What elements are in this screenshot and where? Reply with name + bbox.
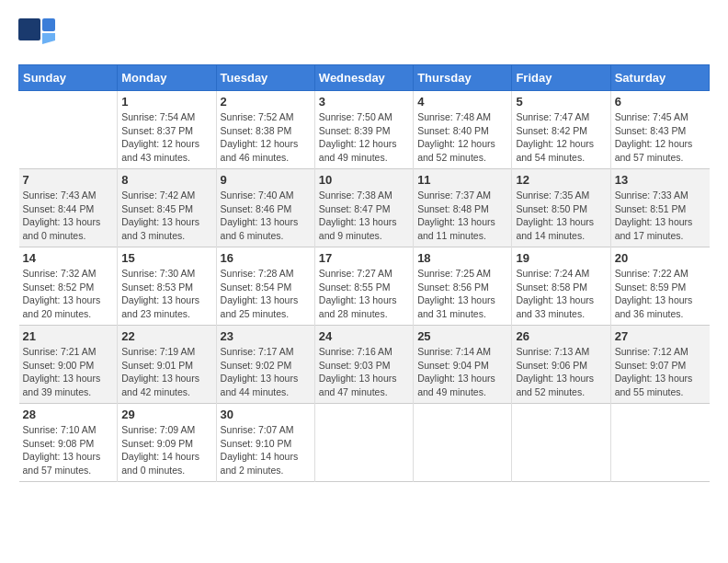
cell-info: Sunrise: 7:47 AMSunset: 8:42 PMDaylight:… xyxy=(516,110,606,165)
cell-info: Sunrise: 7:09 AMSunset: 9:09 PMDaylight:… xyxy=(121,423,211,477)
cell-info: Sunrise: 7:32 AMSunset: 8:52 PMDaylight:… xyxy=(23,267,114,321)
cell-info: Sunrise: 7:24 AMSunset: 8:58 PMDaylight:… xyxy=(516,267,606,321)
calendar-cell: 26Sunrise: 7:13 AMSunset: 9:06 PMDayligh… xyxy=(512,326,610,404)
calendar-table: SundayMondayTuesdayWednesdayThursdayFrid… xyxy=(18,64,710,482)
header-friday: Friday xyxy=(512,65,610,91)
svg-rect-1 xyxy=(42,18,55,31)
page-header xyxy=(18,18,710,55)
calendar-cell: 11Sunrise: 7:37 AMSunset: 8:48 PMDayligh… xyxy=(414,169,512,247)
cell-info: Sunrise: 7:13 AMSunset: 9:06 PMDaylight:… xyxy=(516,345,606,399)
svg-marker-2 xyxy=(42,33,55,44)
calendar-cell: 10Sunrise: 7:38 AMSunset: 8:47 PMDayligh… xyxy=(314,169,413,247)
calendar-cell xyxy=(19,91,118,169)
calendar-cell: 5Sunrise: 7:47 AMSunset: 8:42 PMDaylight… xyxy=(512,91,610,169)
calendar-cell: 28Sunrise: 7:10 AMSunset: 9:08 PMDayligh… xyxy=(19,404,118,482)
calendar-cell: 13Sunrise: 7:33 AMSunset: 8:51 PMDayligh… xyxy=(610,169,709,247)
day-number: 26 xyxy=(516,329,606,343)
cell-info: Sunrise: 7:42 AMSunset: 8:45 PMDaylight:… xyxy=(121,189,211,243)
day-number: 22 xyxy=(121,329,211,343)
calendar-cell: 6Sunrise: 7:45 AMSunset: 8:43 PMDaylight… xyxy=(610,91,709,169)
calendar-cell xyxy=(610,404,709,482)
calendar-cell: 19Sunrise: 7:24 AMSunset: 8:58 PMDayligh… xyxy=(512,247,610,326)
calendar-cell: 22Sunrise: 7:19 AMSunset: 9:01 PMDayligh… xyxy=(118,326,216,404)
cell-info: Sunrise: 7:52 AMSunset: 8:38 PMDaylight:… xyxy=(221,110,311,165)
logo xyxy=(18,18,59,55)
cell-info: Sunrise: 7:40 AMSunset: 8:46 PMDaylight:… xyxy=(221,189,311,243)
cell-info: Sunrise: 7:48 AMSunset: 8:40 PMDaylight:… xyxy=(417,110,507,165)
week-row-5: 28Sunrise: 7:10 AMSunset: 9:08 PMDayligh… xyxy=(19,404,710,482)
day-number: 1 xyxy=(121,95,211,109)
cell-info: Sunrise: 7:19 AMSunset: 9:01 PMDaylight:… xyxy=(121,345,211,399)
header-thursday: Thursday xyxy=(414,65,512,91)
calendar-cell: 9Sunrise: 7:40 AMSunset: 8:46 PMDaylight… xyxy=(216,169,314,247)
header-monday: Monday xyxy=(118,65,216,91)
cell-info: Sunrise: 7:30 AMSunset: 8:53 PMDaylight:… xyxy=(121,267,211,321)
day-number: 10 xyxy=(319,173,409,187)
cell-info: Sunrise: 7:12 AMSunset: 9:07 PMDaylight:… xyxy=(615,345,706,399)
calendar-cell: 20Sunrise: 7:22 AMSunset: 8:59 PMDayligh… xyxy=(610,247,709,326)
header-tuesday: Tuesday xyxy=(216,65,314,91)
calendar-cell: 23Sunrise: 7:17 AMSunset: 9:02 PMDayligh… xyxy=(216,326,314,404)
day-number: 21 xyxy=(23,329,114,343)
day-number: 8 xyxy=(121,173,211,187)
day-number: 13 xyxy=(615,173,706,187)
cell-info: Sunrise: 7:54 AMSunset: 8:37 PMDaylight:… xyxy=(121,110,211,165)
calendar-cell: 30Sunrise: 7:07 AMSunset: 9:10 PMDayligh… xyxy=(216,404,314,482)
day-number: 23 xyxy=(221,329,311,343)
cell-info: Sunrise: 7:27 AMSunset: 8:55 PMDaylight:… xyxy=(319,267,409,321)
calendar-cell: 4Sunrise: 7:48 AMSunset: 8:40 PMDaylight… xyxy=(414,91,512,169)
day-number: 28 xyxy=(23,408,114,421)
day-number: 20 xyxy=(615,251,706,265)
day-number: 12 xyxy=(516,173,606,187)
day-number: 17 xyxy=(319,251,409,265)
day-number: 5 xyxy=(516,95,606,109)
calendar-cell: 12Sunrise: 7:35 AMSunset: 8:50 PMDayligh… xyxy=(512,169,610,247)
cell-info: Sunrise: 7:38 AMSunset: 8:47 PMDaylight:… xyxy=(319,189,409,243)
calendar-cell xyxy=(314,404,413,482)
calendar-cell: 18Sunrise: 7:25 AMSunset: 8:56 PMDayligh… xyxy=(414,247,512,326)
day-number: 6 xyxy=(615,95,706,109)
cell-info: Sunrise: 7:33 AMSunset: 8:51 PMDaylight:… xyxy=(615,189,706,243)
day-number: 7 xyxy=(23,173,114,187)
calendar-cell: 3Sunrise: 7:50 AMSunset: 8:39 PMDaylight… xyxy=(314,91,413,169)
calendar-cell: 1Sunrise: 7:54 AMSunset: 8:37 PMDaylight… xyxy=(118,91,216,169)
cell-info: Sunrise: 7:35 AMSunset: 8:50 PMDaylight:… xyxy=(516,189,606,243)
calendar-cell xyxy=(414,404,512,482)
cell-info: Sunrise: 7:22 AMSunset: 8:59 PMDaylight:… xyxy=(615,267,706,321)
cell-info: Sunrise: 7:50 AMSunset: 8:39 PMDaylight:… xyxy=(319,110,409,165)
day-number: 2 xyxy=(221,95,311,109)
day-number: 9 xyxy=(221,173,311,187)
calendar-cell: 8Sunrise: 7:42 AMSunset: 8:45 PMDaylight… xyxy=(118,169,216,247)
header-wednesday: Wednesday xyxy=(314,65,413,91)
calendar-cell: 2Sunrise: 7:52 AMSunset: 8:38 PMDaylight… xyxy=(216,91,314,169)
day-number: 30 xyxy=(221,408,311,421)
cell-info: Sunrise: 7:17 AMSunset: 9:02 PMDaylight:… xyxy=(221,345,311,399)
calendar-cell: 27Sunrise: 7:12 AMSunset: 9:07 PMDayligh… xyxy=(610,326,709,404)
week-row-1: 1Sunrise: 7:54 AMSunset: 8:37 PMDaylight… xyxy=(19,91,710,169)
calendar-cell: 25Sunrise: 7:14 AMSunset: 9:04 PMDayligh… xyxy=(414,326,512,404)
day-number: 4 xyxy=(417,95,507,109)
calendar-cell: 16Sunrise: 7:28 AMSunset: 8:54 PMDayligh… xyxy=(216,247,314,326)
day-number: 15 xyxy=(121,251,211,265)
calendar-cell: 21Sunrise: 7:21 AMSunset: 9:00 PMDayligh… xyxy=(19,326,118,404)
week-row-3: 14Sunrise: 7:32 AMSunset: 8:52 PMDayligh… xyxy=(19,247,710,326)
day-number: 11 xyxy=(417,173,507,187)
cell-info: Sunrise: 7:07 AMSunset: 9:10 PMDaylight:… xyxy=(221,423,311,477)
calendar-cell: 15Sunrise: 7:30 AMSunset: 8:53 PMDayligh… xyxy=(118,247,216,326)
cell-info: Sunrise: 7:21 AMSunset: 9:00 PMDaylight:… xyxy=(23,345,114,399)
cell-info: Sunrise: 7:25 AMSunset: 8:56 PMDaylight:… xyxy=(417,267,507,321)
calendar-cell: 17Sunrise: 7:27 AMSunset: 8:55 PMDayligh… xyxy=(314,247,413,326)
day-number: 27 xyxy=(615,329,706,343)
week-row-2: 7Sunrise: 7:43 AMSunset: 8:44 PMDaylight… xyxy=(19,169,710,247)
day-number: 18 xyxy=(417,251,507,265)
day-number: 25 xyxy=(417,329,507,343)
calendar-cell: 24Sunrise: 7:16 AMSunset: 9:03 PMDayligh… xyxy=(314,326,413,404)
cell-info: Sunrise: 7:14 AMSunset: 9:04 PMDaylight:… xyxy=(417,345,507,399)
day-number: 19 xyxy=(516,251,606,265)
week-row-4: 21Sunrise: 7:21 AMSunset: 9:00 PMDayligh… xyxy=(19,326,710,404)
calendar-header-row: SundayMondayTuesdayWednesdayThursdayFrid… xyxy=(19,65,710,91)
day-number: 29 xyxy=(121,408,211,421)
day-number: 14 xyxy=(23,251,114,265)
calendar-cell xyxy=(512,404,610,482)
svg-rect-0 xyxy=(18,18,40,40)
